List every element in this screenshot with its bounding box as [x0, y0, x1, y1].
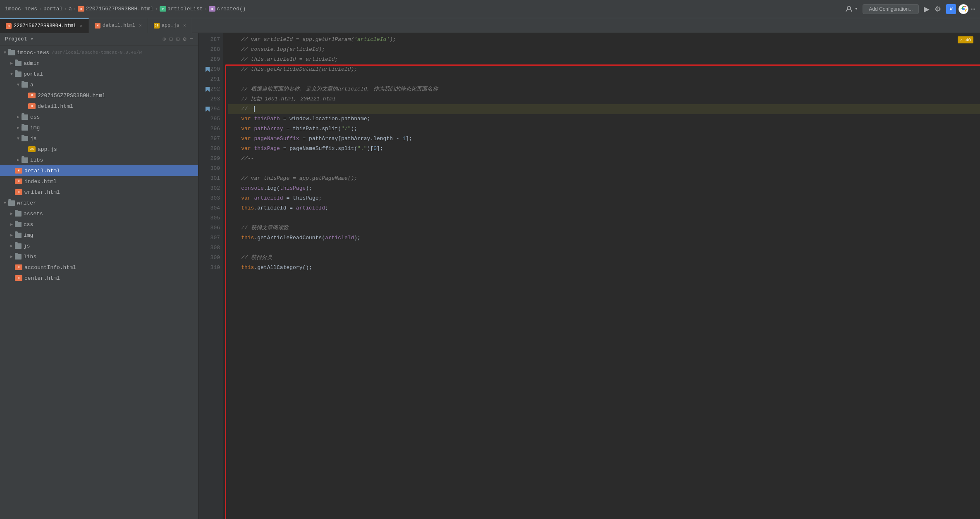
- code-line-288: // console.log(articleId);: [228, 45, 980, 55]
- breadcrumb-a[interactable]: a: [69, 6, 72, 12]
- tree-item-a[interactable]: a: [0, 79, 198, 90]
- tree-label-css-w: css: [24, 221, 33, 228]
- breadcrumb-created[interactable]: created(): [217, 6, 246, 12]
- tree-item-appjs[interactable]: JS app.js: [0, 144, 198, 155]
- tree-label-libs: libs: [30, 157, 43, 163]
- tree-folder-icon-js: [22, 136, 28, 141]
- tree-arrow-js-w: [8, 243, 15, 248]
- new-file-icon[interactable]: ⊕: [163, 36, 166, 43]
- tree-arrow-libs: [15, 157, 22, 162]
- breadcrumb-imooc-news[interactable]: imooc-news: [5, 6, 37, 12]
- tree-item-writer[interactable]: writer: [0, 198, 198, 208]
- code-token: var pageNameSuffix = pathArray[pathArray…: [228, 134, 412, 144]
- tree-folder-icon-portal: [15, 71, 22, 77]
- code-line-303: var articleId = thisPage;: [228, 193, 980, 203]
- warning-count: 40: [966, 38, 971, 43]
- tab-close-detail[interactable]: ✕: [139, 23, 142, 28]
- sidebar-settings-icon[interactable]: ⚙: [183, 36, 186, 43]
- tree-item-img-w[interactable]: img: [0, 230, 198, 240]
- tree-label-2207156: 2207156Z7PSR3B0H.html: [38, 93, 105, 99]
- tree-arrow-img: [15, 125, 22, 130]
- tree-file-icon-detail-a: H: [28, 103, 36, 109]
- tab-close-appjs[interactable]: ✕: [183, 23, 186, 28]
- tree-label-index: index.html: [24, 179, 57, 185]
- tree-item-portal[interactable]: portal: [0, 69, 198, 79]
- breadcrumb-sep-1: ›: [39, 7, 42, 12]
- code-line-294: //--: [228, 104, 980, 114]
- code-line-291: [228, 74, 980, 84]
- settings-button[interactable]: ⚙: [935, 5, 941, 14]
- tree-item-assets[interactable]: assets: [0, 208, 198, 219]
- tree-item-2207156[interactable]: H 2207156Z7PSR3B0H.html: [0, 90, 198, 101]
- tree-item-imooc-news[interactable]: imooc-news /usr/local/apache-tomcat-9.0.…: [0, 47, 198, 58]
- tree-folder-icon-img: [22, 125, 28, 131]
- tree-arrow-libs-w: [8, 254, 15, 259]
- ln-307: 307: [198, 233, 220, 243]
- ln-293: 293: [198, 94, 220, 104]
- tab-label-detail: detail.html: [103, 23, 135, 29]
- run-button[interactable]: ▶: [924, 5, 930, 14]
- tab-html-icon-detail: H: [95, 23, 100, 29]
- breadcrumb-articlelist[interactable]: articleList: [167, 6, 203, 12]
- tree-label-a: a: [30, 82, 33, 88]
- tab-close-2207156[interactable]: ✕: [80, 23, 83, 29]
- code-lines[interactable]: // var articleId = app.getUrlParam('arti…: [223, 33, 980, 519]
- tree-item-admin[interactable]: admin: [0, 58, 198, 69]
- code-line-300: [228, 164, 980, 174]
- sidebar-hide-icon[interactable]: −: [190, 36, 193, 43]
- tree-folder-icon-a: [22, 82, 28, 88]
- tree-item-index[interactable]: H index.html: [0, 176, 198, 187]
- chrome-icon[interactable]: [958, 4, 968, 14]
- code-token: // 获得分类: [228, 253, 272, 263]
- tree-item-js-w[interactable]: js: [0, 240, 198, 251]
- code-line-295: var thisPath = window.location.pathname;: [228, 114, 980, 124]
- tree-folder-icon-libs-w: [15, 254, 22, 260]
- sidebar: Project ▾ ⊕ ⊟ ⊞ ⚙ − imooc-news /usr/loca…: [0, 33, 198, 519]
- tree-item-js[interactable]: js: [0, 133, 198, 144]
- tree-item-img[interactable]: img: [0, 122, 198, 133]
- ln-301: 301: [198, 174, 220, 183]
- tree-item-center[interactable]: H center.html: [0, 273, 198, 283]
- tree-label-writer: writer: [17, 200, 36, 206]
- ln-296: 296: [198, 124, 220, 134]
- breadcrumb-portal[interactable]: portal: [43, 6, 63, 12]
- tree-item-detail-root[interactable]: H detail.html: [0, 165, 198, 176]
- tree-item-accountinfo[interactable]: H accountInfo.html: [0, 262, 198, 273]
- tree-folder-icon-writer: [8, 200, 15, 206]
- tree-item-libs-w[interactable]: libs: [0, 251, 198, 262]
- breadcrumb-file[interactable]: 2207156Z7PSR3B0H.html: [86, 6, 153, 12]
- warning-badge[interactable]: ⚠ 40: [958, 36, 973, 43]
- user-dropdown[interactable]: ▾: [845, 5, 858, 13]
- tree-path: /usr/local/apache-tomcat-9.0.46/w: [52, 50, 142, 55]
- ln-292: 292: [198, 84, 220, 94]
- code-token: [228, 213, 232, 223]
- code-editor: 287 288 289 290 291 292 293 294 295: [198, 33, 980, 519]
- browser-icons: W ⋯: [946, 4, 975, 14]
- breadcrumb: imooc-news › portal › a › H 2207156Z7PSR…: [5, 6, 246, 12]
- expand-all-icon[interactable]: ⊞: [176, 36, 179, 43]
- tree-label-css: css: [30, 114, 40, 120]
- collapse-all-icon[interactable]: ⊟: [169, 36, 172, 43]
- sidebar-controls: ⊕ ⊟ ⊞ ⚙ −: [163, 36, 193, 43]
- tree-item-libs[interactable]: libs: [0, 155, 198, 165]
- code-content: 287 288 289 290 291 292 293 294 295: [198, 33, 980, 519]
- tree-label-portal: portal: [24, 71, 43, 77]
- tree-item-css[interactable]: css: [0, 112, 198, 122]
- add-configuration-button[interactable]: Add Configuration...: [863, 4, 919, 14]
- code-token: //--: [228, 154, 254, 164]
- wrs-icon[interactable]: W: [946, 4, 956, 14]
- tree-item-detail-a[interactable]: H detail.html: [0, 101, 198, 112]
- ln-304: 304: [198, 203, 220, 213]
- code-token: var pathArray = thisPath.split("/");: [228, 124, 357, 134]
- tab-appjs[interactable]: JS app.js ✕: [148, 18, 192, 33]
- tree-item-css-w[interactable]: css: [0, 219, 198, 230]
- ln-305: 305: [198, 213, 220, 223]
- code-token: [228, 243, 232, 253]
- tree-arrow-a: [15, 83, 22, 87]
- tab-detail[interactable]: H detail.html ✕: [89, 18, 148, 33]
- more-browsers[interactable]: ⋯: [971, 5, 975, 13]
- tree-item-writerhtml[interactable]: H writer.html: [0, 187, 198, 198]
- line-numbers: 287 288 289 290 291 292 293 294 295: [198, 33, 223, 519]
- tab-2207156[interactable]: H 2207156Z7PSR3B0H.html ✕: [0, 18, 89, 33]
- sidebar-dropdown[interactable]: ▾: [31, 36, 33, 42]
